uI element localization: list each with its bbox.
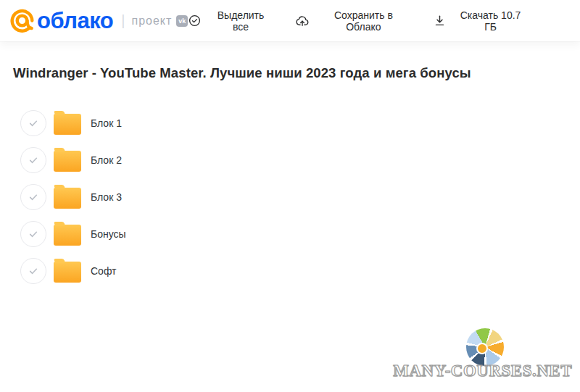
watermark: MANY-COURSES.NET (406, 341, 580, 392)
save-to-cloud-label: Сохранить в Облако (316, 9, 411, 33)
check-circle-icon (188, 14, 202, 28)
cloud-logo[interactable]: облако | проект vk (10, 9, 188, 33)
cloud-upload-icon (295, 14, 310, 28)
download-icon (433, 14, 447, 28)
select-all-label: Выделить все (208, 9, 273, 33)
folder-icon (54, 188, 81, 209)
row-checkbox[interactable] (20, 258, 46, 284)
content: Windranger - YouTube Master. Лучшие ниши… (0, 41, 580, 289)
folder-name[interactable]: Блок 3 (91, 191, 122, 203)
select-all-button[interactable]: Выделить все (188, 7, 273, 36)
toolbar: Выделить все Сохранить в Облако Скач (188, 7, 528, 36)
save-to-cloud-button[interactable]: Сохранить в Облако (295, 7, 411, 36)
row-checkbox[interactable] (20, 221, 46, 247)
folder-icon (54, 262, 81, 283)
folder-icon (54, 151, 81, 172)
globe-logo-icon (466, 328, 504, 366)
project-label: проект (132, 14, 173, 28)
page-title: Windranger - YouTube Master. Лучшие ниши… (13, 64, 567, 82)
folder-name[interactable]: Софт (91, 265, 117, 277)
folder-icon (54, 225, 81, 246)
folder-row[interactable]: Блок 3 (13, 178, 567, 215)
folder-name[interactable]: Блок 2 (91, 154, 122, 166)
download-button[interactable]: Скачать 10.7 ГБ (433, 7, 528, 36)
folder-name[interactable]: Блок 1 (91, 117, 122, 129)
folder-row[interactable]: Софт (13, 252, 567, 289)
folder-row[interactable]: Бонусы (13, 215, 567, 252)
folder-icon (54, 114, 81, 135)
watermark-text: MANY-COURSES.NET (393, 362, 572, 380)
folder-list: Блок 1 Блок 2 Блок 3 Бонусы (13, 104, 567, 289)
brand-name: облако (37, 9, 113, 32)
folder-name[interactable]: Бонусы (91, 228, 126, 240)
folder-row[interactable]: Блок 1 (13, 104, 567, 141)
vk-badge-icon: vk (176, 15, 188, 27)
download-label: Скачать 10.7 ГБ (453, 9, 528, 33)
row-checkbox[interactable] (20, 147, 46, 173)
logo-divider: | (121, 12, 125, 29)
row-checkbox[interactable] (20, 110, 46, 136)
mailru-at-icon (10, 9, 34, 33)
folder-row[interactable]: Блок 2 (13, 141, 567, 178)
header: облако | проект vk Выделить все Со (0, 0, 580, 41)
row-checkbox[interactable] (20, 184, 46, 210)
